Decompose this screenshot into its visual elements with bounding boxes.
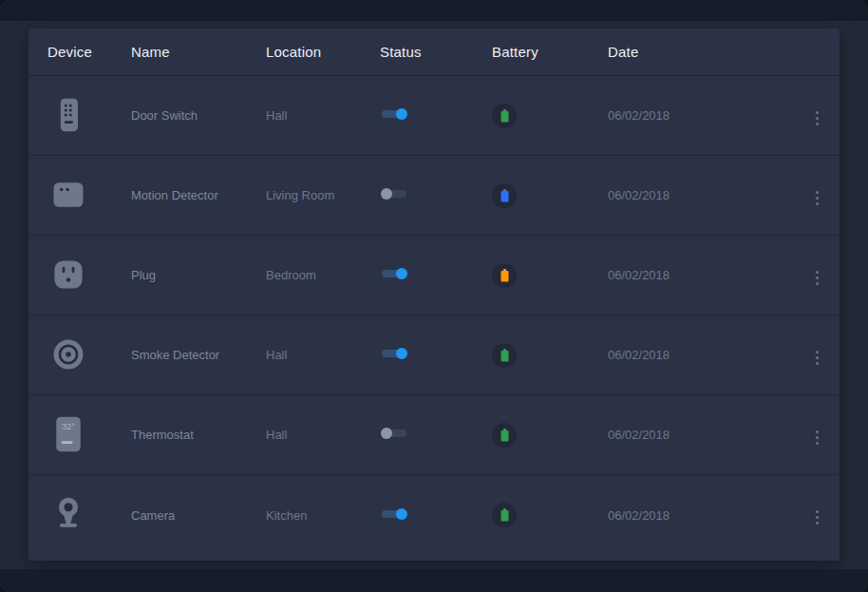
toggle-knob	[396, 268, 407, 279]
device-cell	[47, 94, 131, 137]
toggle-knob	[396, 108, 407, 120]
status-toggle[interactable]	[380, 266, 408, 281]
menu-cell	[810, 103, 824, 129]
table-row: Door Switch Hall 06/02/2018	[28, 76, 840, 156]
row-menu-button[interactable]	[810, 347, 824, 369]
status-toggle[interactable]	[380, 506, 408, 522]
battery-indicator	[492, 104, 517, 128]
status-cell	[380, 346, 492, 364]
table-row: Smoke Detector Hall 06/02/2018	[28, 315, 840, 395]
menu-cell	[810, 342, 824, 369]
battery-icon	[500, 429, 509, 442]
status-cell	[380, 266, 492, 284]
device-location: Living Room	[266, 188, 380, 202]
device-date: 06/02/2018	[608, 108, 794, 123]
battery-indicator	[492, 423, 517, 448]
device-location: Hall	[266, 348, 380, 362]
device-name: Thermostat	[131, 428, 266, 442]
toggle-knob	[396, 348, 407, 359]
battery-indicator	[492, 183, 517, 208]
device-location: Hall	[266, 428, 380, 442]
column-header-device: Device	[47, 44, 131, 60]
battery-icon	[500, 109, 509, 123]
status-toggle[interactable]	[380, 346, 408, 361]
smoke-icon	[47, 334, 89, 375]
device-cell	[47, 494, 131, 537]
status-toggle[interactable]	[380, 186, 408, 201]
battery-icon	[500, 508, 509, 522]
toggle-knob	[396, 508, 407, 520]
status-toggle[interactable]	[380, 426, 408, 441]
device-location: Hall	[266, 108, 380, 123]
battery-cell	[492, 183, 608, 208]
status-cell	[380, 106, 492, 124]
row-menu-button[interactable]	[810, 187, 824, 209]
column-header-battery: Battery	[492, 44, 608, 60]
device-date: 06/02/2018	[608, 348, 794, 362]
table-row: Plug Bedroom 06/02/2018	[28, 236, 840, 315]
battery-icon	[500, 269, 509, 282]
thermostat-icon: 32°	[47, 413, 89, 455]
column-header-status: Status	[380, 44, 492, 60]
battery-indicator	[492, 343, 517, 368]
status-cell	[380, 186, 492, 204]
motion-icon	[47, 174, 89, 216]
device-date: 06/02/2018	[608, 188, 794, 202]
status-cell	[380, 426, 492, 444]
device-name: Camera	[131, 508, 266, 523]
table-row: Camera Kitchen 06/02/2018	[28, 475, 840, 555]
row-menu-button[interactable]	[810, 107, 824, 129]
device-cell	[47, 334, 131, 376]
column-header-name: Name	[131, 44, 266, 60]
status-toggle[interactable]	[380, 106, 408, 122]
menu-cell	[810, 182, 824, 209]
status-cell	[380, 506, 492, 525]
svg-text:32°: 32°	[62, 422, 75, 431]
menu-cell	[810, 262, 824, 289]
battery-cell	[492, 104, 608, 128]
table-header: Device Name Location Status Battery Date	[28, 29, 840, 76]
battery-cell	[492, 343, 608, 368]
row-menu-button[interactable]	[810, 427, 824, 449]
device-date: 06/02/2018	[608, 508, 794, 523]
device-location: Kitchen	[266, 508, 380, 523]
column-header-location: Location	[266, 44, 380, 60]
table-row: 32° Thermostat Hall 06/02/2018	[28, 395, 840, 475]
app-window: Device Name Location Status Battery Date…	[0, 0, 868, 592]
table-body: Door Switch Hall 06/02/2018 Motion Detec…	[28, 76, 840, 555]
plug-icon	[47, 254, 89, 296]
device-name: Plug	[131, 268, 266, 282]
battery-indicator	[492, 263, 517, 288]
device-location: Bedroom	[266, 268, 380, 282]
device-name: Motion Detector	[131, 188, 266, 202]
column-header-date: Date	[608, 44, 794, 60]
battery-icon	[500, 349, 509, 362]
battery-icon	[500, 189, 509, 202]
device-cell	[47, 254, 131, 296]
battery-cell	[492, 263, 608, 288]
menu-cell	[810, 502, 824, 528]
device-name: Door Switch	[131, 108, 266, 123]
toggle-knob	[381, 188, 392, 200]
table-row: Motion Detector Living Room 06/02/2018	[28, 156, 840, 236]
battery-indicator	[492, 503, 517, 527]
row-menu-button[interactable]	[810, 506, 824, 528]
remote-icon	[47, 94, 89, 136]
top-bar	[0, 0, 868, 21]
device-name: Smoke Detector	[131, 348, 266, 362]
row-menu-button[interactable]	[810, 267, 824, 289]
camera-icon	[47, 494, 89, 536]
battery-cell	[492, 503, 608, 527]
device-cell	[47, 174, 131, 217]
battery-cell	[492, 423, 608, 448]
menu-cell	[810, 422, 824, 449]
bottom-bar	[0, 569, 868, 592]
device-cell: 32°	[47, 413, 131, 456]
device-date: 06/02/2018	[608, 428, 794, 442]
device-table-card: Device Name Location Status Battery Date…	[28, 29, 840, 561]
toggle-knob	[381, 428, 392, 439]
device-date: 06/02/2018	[608, 268, 794, 282]
